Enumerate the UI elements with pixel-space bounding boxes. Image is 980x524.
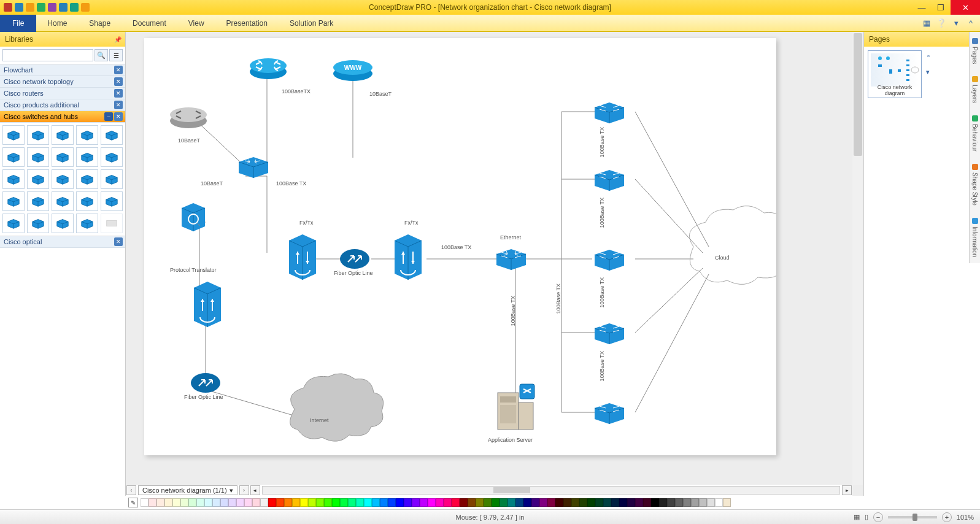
color-swatch[interactable] xyxy=(348,498,356,507)
collapse-icon[interactable]: ^ xyxy=(965,18,976,29)
color-swatch[interactable] xyxy=(268,498,276,507)
optical-node[interactable] xyxy=(190,280,225,328)
shape-item[interactable] xyxy=(52,169,74,189)
menu-presentation[interactable]: Presentation xyxy=(215,15,279,32)
color-swatch[interactable] xyxy=(587,498,595,507)
color-swatch[interactable] xyxy=(651,498,659,507)
shape-item[interactable] xyxy=(101,147,123,167)
shape-item[interactable] xyxy=(2,191,25,211)
shape-item[interactable] xyxy=(27,125,49,145)
close-button[interactable]: ✕ xyxy=(951,0,980,15)
color-swatch[interactable] xyxy=(675,498,683,507)
sidetab-shape-style[interactable]: Shape Style xyxy=(969,158,980,212)
color-swatch[interactable] xyxy=(515,498,523,507)
color-swatch[interactable] xyxy=(579,498,587,507)
shape-item[interactable] xyxy=(27,214,49,233)
library-search-input[interactable] xyxy=(2,49,93,61)
shape-item[interactable] xyxy=(76,125,98,145)
fiber-node[interactable] xyxy=(339,249,370,271)
help-icon[interactable]: ❔ xyxy=(936,18,947,29)
canvas-page[interactable]: WWW xyxy=(144,38,776,455)
color-swatch[interactable] xyxy=(236,498,244,507)
minimize-button[interactable]: — xyxy=(912,0,931,15)
color-swatch[interactable] xyxy=(244,498,252,507)
close-icon[interactable]: ✕ xyxy=(114,112,123,121)
color-swatch[interactable] xyxy=(492,498,500,507)
color-swatch[interactable] xyxy=(484,498,492,507)
color-swatch[interactable] xyxy=(172,498,180,507)
shape-item[interactable] xyxy=(2,125,25,145)
close-icon[interactable]: ✕ xyxy=(114,77,123,86)
menu-solution-park[interactable]: Solution Park xyxy=(279,15,344,32)
color-swatch[interactable] xyxy=(507,498,515,507)
close-icon[interactable]: ✕ xyxy=(114,237,123,246)
dropdown-icon[interactable]: ▾ xyxy=(951,18,962,29)
router-node[interactable] xyxy=(249,53,288,82)
qat-icon[interactable] xyxy=(48,3,56,12)
libcat-switches[interactable]: Cisco switches and hubs–✕ xyxy=(0,111,125,123)
color-swatch[interactable] xyxy=(428,498,436,507)
fiber-node[interactable] xyxy=(190,372,221,395)
shape-item[interactable] xyxy=(27,191,49,211)
color-swatch[interactable] xyxy=(308,498,316,507)
tab-prev-button[interactable]: ‹ xyxy=(126,485,136,495)
zoom-slider[interactable] xyxy=(888,516,937,518)
color-swatch[interactable] xyxy=(149,498,156,507)
color-swatch[interactable] xyxy=(204,498,212,507)
shape-item[interactable] xyxy=(2,147,25,167)
color-swatch[interactable] xyxy=(691,498,699,507)
menu-home[interactable]: Home xyxy=(36,15,78,32)
color-swatch[interactable] xyxy=(364,498,372,507)
color-swatch[interactable] xyxy=(324,498,332,507)
color-swatch[interactable] xyxy=(396,498,404,507)
color-swatch[interactable] xyxy=(707,498,715,507)
file-menu[interactable]: File xyxy=(0,15,36,32)
libcat-flowchart[interactable]: Flowchart✕ xyxy=(0,64,125,76)
color-picker-button[interactable]: ✎ xyxy=(128,498,138,507)
ethernet-switch-node[interactable] xyxy=(494,248,528,271)
color-swatch[interactable] xyxy=(388,498,396,507)
color-swatch[interactable] xyxy=(164,498,172,507)
color-swatch[interactable] xyxy=(595,498,603,507)
tab-next-button[interactable]: › xyxy=(239,485,249,495)
color-swatch[interactable] xyxy=(300,498,308,507)
color-swatch[interactable] xyxy=(683,498,691,507)
color-swatch[interactable] xyxy=(523,498,531,507)
shape-item[interactable] xyxy=(52,147,74,167)
shape-item[interactable] xyxy=(27,147,49,167)
color-swatch[interactable] xyxy=(715,498,723,507)
qat-icon[interactable] xyxy=(81,3,90,12)
page-tab-selector[interactable]: Cisco network diagram (1/1)▾ xyxy=(138,485,237,495)
sidetab-pages[interactable]: Pages xyxy=(969,32,980,70)
color-swatch[interactable] xyxy=(500,498,507,507)
horizontal-scrollbar[interactable] xyxy=(262,486,840,495)
color-swatch[interactable] xyxy=(571,498,579,507)
color-swatch[interactable] xyxy=(420,498,428,507)
color-swatch[interactable] xyxy=(563,498,571,507)
color-swatch[interactable] xyxy=(332,498,340,507)
grid-icon[interactable]: ▦ xyxy=(921,18,932,29)
qat-icon[interactable] xyxy=(37,3,45,12)
libcat-products[interactable]: Cisco products additional✕ xyxy=(0,99,125,111)
pin-icon[interactable]: 📌 xyxy=(114,36,122,43)
qat-icon[interactable] xyxy=(59,3,68,12)
shape-item[interactable] xyxy=(101,169,123,189)
minimize-icon[interactable]: – xyxy=(104,112,113,121)
color-swatch[interactable] xyxy=(619,498,627,507)
color-swatch[interactable] xyxy=(603,498,611,507)
switch-node[interactable] xyxy=(236,156,271,179)
view-mode-icon[interactable]: ▦ xyxy=(854,513,860,521)
maximize-button[interactable]: ❐ xyxy=(931,0,951,15)
color-swatch[interactable] xyxy=(380,498,388,507)
close-icon[interactable]: ✕ xyxy=(114,101,123,109)
shape-item[interactable] xyxy=(52,214,74,233)
color-swatch[interactable] xyxy=(141,498,149,507)
shape-item[interactable] xyxy=(52,191,74,211)
color-swatch[interactable] xyxy=(659,498,667,507)
fxtx-node[interactable] xyxy=(285,233,320,281)
shape-item[interactable] xyxy=(76,169,98,189)
shape-item[interactable] xyxy=(76,191,98,211)
color-swatch[interactable] xyxy=(723,498,731,507)
color-swatch[interactable] xyxy=(635,498,643,507)
color-swatch[interactable] xyxy=(404,498,412,507)
